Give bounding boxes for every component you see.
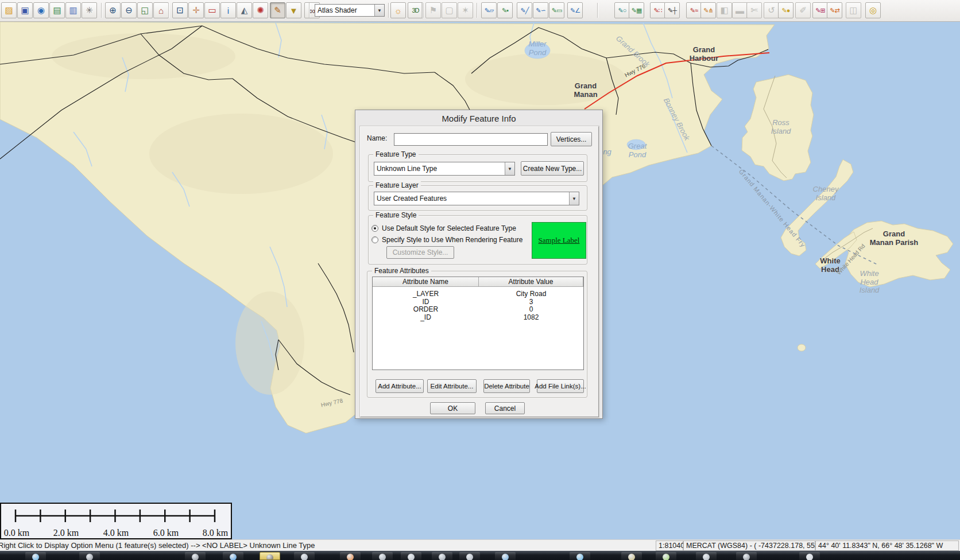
- 3d-view-button[interactable]: 3D: [408, 2, 423, 18]
- feature-info-button[interactable]: i: [220, 2, 236, 18]
- create-circle-feature-button[interactable]: ✎○: [614, 2, 630, 18]
- status-scale: 1:81040: [656, 540, 683, 551]
- zoom-home-button[interactable]: ⌂: [153, 2, 169, 18]
- shader-options-button[interactable]: ☼: [390, 2, 406, 18]
- zoom-out-button[interactable]: ⊖: [121, 2, 137, 18]
- create-buffer-button[interactable]: ◎: [865, 2, 881, 18]
- map-layout-editor-button[interactable]: ▥: [65, 2, 81, 18]
- zoom-window-button[interactable]: ⊡: [172, 2, 188, 18]
- shader-combobox[interactable]: Atlas Shader ▼: [315, 4, 385, 17]
- move-feature-button[interactable]: ✎●: [778, 2, 793, 18]
- edit-attribute-button[interactable]: Edit Attribute...: [427, 379, 477, 393]
- window-9-taskbar-icon[interactable]: [656, 552, 676, 560]
- create-line-vertex-button[interactable]: ✎┼: [664, 2, 680, 18]
- create-area-feature-button[interactable]: ✎▱: [481, 2, 497, 18]
- ok-button[interactable]: OK: [430, 402, 475, 414]
- window-4-taskbar-icon[interactable]: [432, 552, 452, 560]
- use-default-style-radio[interactable]: [371, 225, 378, 232]
- window-3-taskbar-icon[interactable]: [401, 552, 421, 560]
- scale-ticks: [1, 505, 231, 527]
- scale-label: 2.0 km: [53, 528, 79, 538]
- feature-type-combobox[interactable]: Unknown Line Type ▼: [374, 162, 515, 176]
- name-label: Name:: [367, 134, 387, 142]
- create-rectangle-feature-button[interactable]: ✎▭: [549, 2, 564, 18]
- sample-label-text: Sample Label: [539, 236, 580, 245]
- window-11-taskbar-icon[interactable]: [736, 552, 757, 560]
- add-file-links-button[interactable]: Add File Link(s)...: [537, 379, 584, 393]
- download-online-data-button[interactable]: ◉: [33, 2, 49, 18]
- attribute-name-cell[interactable]: _LAYER: [373, 290, 479, 298]
- global-mapper-active-taskbar-icon[interactable]: [260, 552, 280, 560]
- feature-attributes-legend: Feature Attributes: [372, 267, 431, 275]
- edit-vertices-button[interactable]: ✎≈: [686, 2, 702, 18]
- dialog-title[interactable]: Modify Feature Info: [355, 114, 602, 123]
- snap-tool-button: ✐: [795, 2, 811, 18]
- specify-style-radio[interactable]: [371, 236, 378, 243]
- window-7-taskbar-icon[interactable]: [570, 552, 590, 560]
- create-point-features-button[interactable]: ✎∷: [650, 2, 665, 18]
- firefox-taskbar-icon[interactable]: [340, 552, 361, 560]
- window-10-taskbar-icon[interactable]: [696, 552, 717, 560]
- main-toolbar: ▨▣◉▤▥✳⊕⊖◱⌂⊡✛▭i◭✺✎▼∞☼3D⚑▢✶✎▱✎▪✎╱✎∽✎▭✎∠✎○✎…: [0, 0, 960, 22]
- create-line-feature-button[interactable]: ✎╱: [517, 2, 532, 18]
- use-default-style-label[interactable]: Use Default Style for Selected Feature T…: [382, 224, 516, 232]
- application-window: Miller PondGrand BrookGrand HarbourGrand…: [0, 0, 960, 560]
- create-new-type-button[interactable]: Create New Type...: [521, 161, 584, 176]
- attributes-table[interactable]: Attribute Name Attribute Value _LAYERCit…: [372, 277, 584, 370]
- feature-layer-combobox[interactable]: User Created Features ▼: [374, 192, 579, 205]
- create-flow-network-button[interactable]: ✎⋔: [700, 2, 716, 18]
- attribute-name-cell[interactable]: ID: [373, 298, 479, 306]
- overlay-control-center-button[interactable]: ▤: [49, 2, 65, 18]
- create-grid-feature-button[interactable]: ✎▦: [629, 2, 644, 18]
- window-2-taskbar-icon[interactable]: [372, 552, 393, 560]
- digitizer-button[interactable]: ✎: [270, 2, 285, 18]
- small-island-shape: [798, 344, 806, 351]
- name-input[interactable]: [394, 133, 548, 146]
- attribute-value-header[interactable]: Attribute Value: [479, 277, 583, 287]
- chevron-down-icon[interactable]: ▼: [569, 192, 579, 205]
- configuration-button[interactable]: ✳: [82, 2, 97, 18]
- white-head-island-shape: [844, 221, 953, 287]
- chevron-down-icon[interactable]: ▼: [374, 5, 384, 16]
- view-shed-button[interactable]: ✺: [253, 2, 268, 18]
- create-cogo-feature-button[interactable]: ✎∠: [567, 2, 583, 18]
- attribute-value-cell[interactable]: 1082: [479, 313, 583, 321]
- reroute-feature-button[interactable]: ✎⇄: [827, 2, 842, 18]
- window-5-taskbar-icon[interactable]: [459, 552, 480, 560]
- add-attribute-button[interactable]: Add Attribute...: [376, 379, 424, 393]
- attribute-name-header[interactable]: Attribute Name: [373, 277, 479, 287]
- zoom-in-button[interactable]: ⊕: [105, 2, 121, 18]
- status-message: Right Click to Display Option Menu (1 fe…: [0, 541, 315, 550]
- attribute-value-cell[interactable]: 0: [479, 305, 583, 313]
- pinned-item-2-taskbar-icon[interactable]: [185, 552, 206, 560]
- start-button-taskbar-icon[interactable]: [25, 552, 46, 560]
- attribute-name-cell[interactable]: _ID: [373, 313, 479, 321]
- status-coordinates: 44° 40' 11.8343" N, 66° 48' 35.1268" W: [815, 540, 959, 551]
- window-1-taskbar-icon[interactable]: [294, 552, 315, 560]
- combine-features-button[interactable]: ✎⊞: [812, 2, 828, 18]
- pan-button[interactable]: ✛: [188, 2, 204, 18]
- modify-feature-info-dialog: Modify Feature Info Name: Vertices... Fe…: [355, 110, 603, 419]
- path-profile-button[interactable]: ◭: [237, 2, 252, 18]
- create-stream-feature-button[interactable]: ✎∽: [533, 2, 548, 18]
- measure-button[interactable]: ▭: [204, 2, 220, 18]
- internet-explorer-taskbar-icon[interactable]: [223, 552, 243, 560]
- create-point-feature-button[interactable]: ✎▪: [497, 2, 513, 18]
- vertical-exaggeration-button[interactable]: ▼: [286, 2, 301, 18]
- specify-style-label[interactable]: Specify Style to Use When Rendering Feat…: [382, 236, 522, 244]
- pinned-item-1-taskbar-icon[interactable]: [79, 552, 100, 560]
- attribute-name-cell[interactable]: ORDER: [373, 305, 479, 313]
- chevron-down-icon[interactable]: ▼: [505, 162, 514, 175]
- attribute-value-cell[interactable]: 3: [479, 298, 583, 306]
- cancel-button[interactable]: Cancel: [485, 402, 525, 414]
- open-data-file-button[interactable]: ▨: [1, 2, 17, 18]
- window-6-taskbar-icon[interactable]: [495, 552, 516, 560]
- window-8-taskbar-icon[interactable]: [621, 552, 642, 560]
- full-view-button[interactable]: ◱: [137, 2, 153, 18]
- attribute-value-cell[interactable]: City Road: [479, 290, 583, 298]
- delete-attribute-button[interactable]: Delete Attribute: [483, 379, 530, 393]
- window-12-taskbar-icon[interactable]: [799, 552, 820, 560]
- scale-label: 6.0 km: [153, 528, 179, 538]
- vertices-button[interactable]: Vertices...: [551, 132, 592, 146]
- save-workspace-button[interactable]: ▣: [17, 2, 33, 18]
